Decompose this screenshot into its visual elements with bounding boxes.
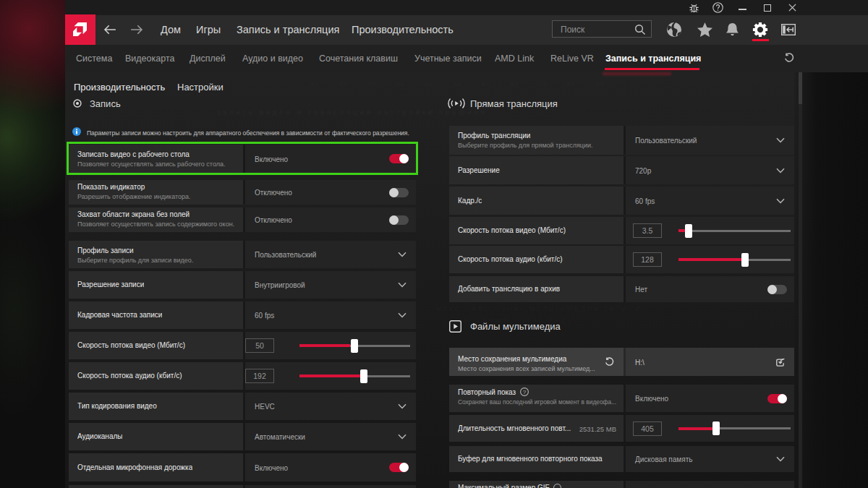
svg-text:?: ? — [522, 389, 526, 395]
